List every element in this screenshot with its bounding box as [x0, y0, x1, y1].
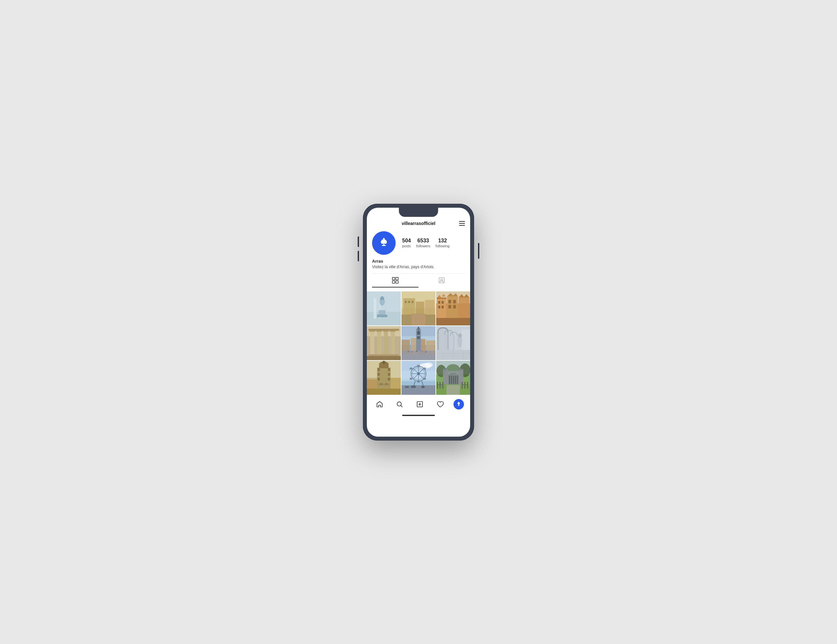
tab-tagged[interactable]: [419, 274, 465, 288]
photo-4-image: [367, 326, 401, 360]
svg-rect-157: [440, 382, 440, 389]
svg-rect-42: [438, 306, 440, 309]
svg-rect-56: [377, 331, 381, 355]
followers-count: 6533: [417, 237, 429, 244]
vol-down-button: [358, 251, 359, 261]
search-nav-item[interactable]: [393, 398, 406, 410]
svg-line-165: [401, 406, 402, 407]
svg-rect-41: [442, 301, 444, 304]
svg-point-90: [458, 334, 462, 338]
svg-rect-161: [464, 382, 465, 389]
add-post-nav-item[interactable]: [413, 398, 426, 410]
profile-top: 504 posts 6533 followers 132 following: [372, 231, 465, 255]
svg-rect-9: [396, 278, 399, 280]
avatar[interactable]: [372, 231, 396, 255]
svg-rect-55: [370, 331, 374, 355]
activity-nav-item[interactable]: [433, 398, 446, 410]
svg-point-81: [416, 351, 417, 352]
home-nav-item[interactable]: [373, 398, 386, 410]
search-icon: [396, 401, 403, 408]
grid-photo-2[interactable]: [402, 291, 435, 325]
photo-1-image: [367, 291, 401, 325]
svg-rect-4: [382, 245, 386, 246]
hamburger-line-2: [459, 223, 465, 224]
posts-stat[interactable]: 504 posts: [402, 237, 411, 248]
svg-rect-40: [438, 301, 440, 304]
svg-rect-39: [437, 297, 446, 299]
grid-icon: [392, 277, 399, 284]
photo-8-image: [402, 361, 435, 395]
notch: [399, 208, 438, 217]
profile-section: 504 posts 6533 followers 132 following: [367, 228, 470, 292]
grid-photo-7[interactable]: [367, 361, 401, 395]
svg-rect-75: [418, 327, 419, 331]
svg-rect-63: [368, 329, 399, 331]
svg-rect-162: [467, 382, 468, 389]
svg-rect-27: [416, 302, 424, 315]
svg-rect-52: [436, 318, 470, 325]
svg-rect-76: [417, 331, 420, 335]
svg-rect-26: [403, 298, 415, 315]
photo-7-image: [367, 361, 401, 395]
svg-rect-28: [425, 300, 435, 315]
svg-rect-10: [392, 281, 395, 284]
grid-photo-8[interactable]: [402, 361, 435, 395]
svg-rect-78: [402, 351, 435, 360]
grid-photo-1[interactable]: [367, 291, 401, 325]
svg-rect-126: [417, 381, 420, 383]
svg-rect-158: [442, 382, 443, 389]
svg-point-13: [441, 279, 443, 281]
svg-rect-101: [377, 368, 379, 371]
grid-photo-9[interactable]: [436, 361, 470, 395]
following-stat[interactable]: 132 following: [435, 237, 450, 248]
svg-point-7: [383, 238, 385, 240]
svg-rect-106: [388, 378, 390, 380]
svg-rect-110: [367, 389, 401, 395]
svg-rect-151: [458, 368, 460, 370]
heart-icon: [437, 401, 444, 408]
svg-point-83: [425, 351, 427, 353]
svg-rect-48: [448, 305, 451, 309]
vol-up-button: [358, 237, 359, 247]
svg-rect-123: [417, 365, 420, 367]
svg-rect-102: [388, 368, 390, 371]
photo-6-image: [436, 326, 470, 360]
svg-rect-65: [367, 356, 401, 360]
svg-rect-49: [453, 305, 456, 309]
tab-grid[interactable]: [372, 274, 419, 288]
photo-3-image: [436, 291, 470, 325]
svg-rect-149: [443, 368, 444, 370]
grid-photo-4[interactable]: [367, 326, 401, 360]
svg-rect-147: [443, 369, 448, 384]
svg-rect-22: [377, 315, 387, 317]
svg-rect-109: [383, 361, 384, 364]
svg-rect-134: [421, 386, 424, 388]
grid-photo-6[interactable]: [436, 326, 470, 360]
svg-rect-128: [410, 368, 412, 370]
photo-5-image: [402, 326, 435, 360]
svg-rect-107: [379, 364, 389, 369]
followers-label: followers: [416, 244, 430, 248]
svg-rect-87: [447, 334, 448, 350]
svg-rect-8: [392, 278, 395, 280]
followers-stat[interactable]: 6533 followers: [416, 237, 430, 248]
hamburger-line-3: [459, 225, 465, 226]
svg-rect-77: [417, 336, 420, 339]
svg-point-20: [380, 296, 384, 300]
phone-frame: villearrasofficiel: [363, 204, 474, 440]
grid-photo-5[interactable]: [402, 326, 435, 360]
username-header: villearrasofficiel: [402, 221, 435, 226]
svg-point-79: [408, 351, 409, 352]
add-post-icon: [416, 401, 423, 408]
svg-rect-156: [437, 382, 438, 389]
svg-rect-105: [377, 378, 379, 380]
svg-rect-127: [410, 378, 412, 380]
photo-grid: [367, 291, 470, 395]
profile-nav-item[interactable]: [453, 399, 464, 409]
tagged-icon: [438, 277, 445, 284]
svg-rect-142: [449, 376, 450, 384]
home-bar: [402, 415, 435, 416]
power-button: [478, 243, 479, 259]
menu-button[interactable]: [459, 221, 465, 226]
grid-photo-3[interactable]: [436, 291, 470, 325]
